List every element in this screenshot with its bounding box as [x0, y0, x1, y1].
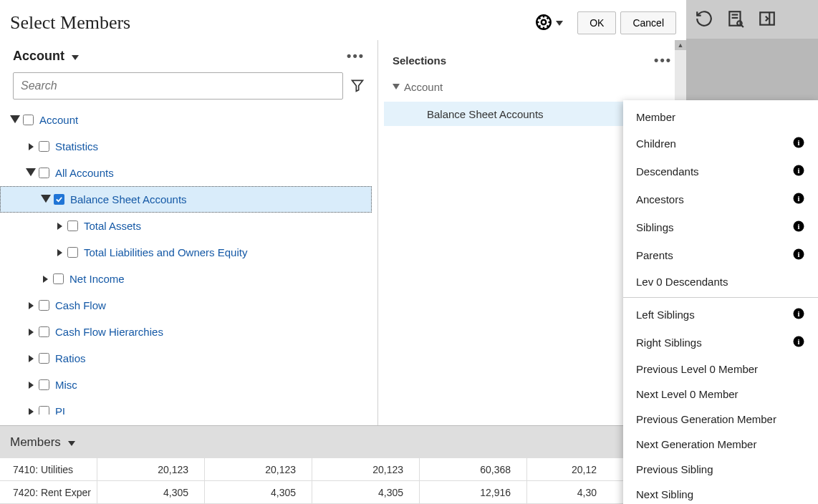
expand-icon[interactable] [26, 143, 36, 150]
info-icon[interactable]: i [792, 335, 805, 350]
search-doc-icon[interactable] [726, 9, 745, 30]
more-actions-left[interactable]: ••• [347, 49, 365, 64]
info-icon[interactable]: i [792, 136, 805, 151]
context-menu-item[interactable]: Next Generation Member [623, 432, 818, 457]
expand-icon[interactable] [26, 355, 36, 362]
tree-node-statistics[interactable]: Statistics [0, 133, 372, 160]
dialog-title: Select Members [10, 12, 130, 34]
info-icon[interactable]: i [792, 192, 805, 207]
tree-checkbox[interactable] [39, 168, 49, 178]
tree-checkbox[interactable] [23, 115, 34, 125]
tree-node-cash-flow[interactable]: Cash Flow [0, 292, 372, 319]
tree-label[interactable]: Cash Flow Hierarchies [55, 326, 163, 338]
tree-checkbox[interactable] [67, 220, 78, 231]
context-menu-item[interactable]: Next Sibling [623, 482, 818, 504]
ok-button[interactable]: OK [577, 11, 616, 34]
context-menu-item[interactable]: Previous Level 0 Member [623, 357, 818, 382]
context-menu-item[interactable]: Previous Generation Member [623, 407, 818, 432]
tree-label[interactable]: Account [39, 114, 78, 126]
tree-checkbox[interactable] [39, 406, 49, 415]
collapse-icon[interactable] [10, 115, 20, 125]
tree-node-misc[interactable]: Misc [0, 372, 372, 398]
tree-checkbox[interactable] [39, 326, 49, 337]
panel-collapse-icon[interactable] [758, 9, 776, 30]
tree-node-account[interactable]: Account [0, 107, 372, 133]
filter-icon[interactable] [350, 78, 365, 94]
collapse-icon[interactable] [41, 195, 51, 205]
expand-icon[interactable] [54, 249, 64, 256]
tree-label[interactable]: Ratios [55, 352, 86, 364]
info-icon[interactable]: i [792, 220, 805, 235]
search-input[interactable] [13, 72, 343, 100]
expand-icon[interactable] [54, 223, 64, 230]
collapse-icon[interactable] [26, 168, 36, 178]
tree-label[interactable]: PL [55, 405, 68, 415]
tree-label[interactable]: Cash Flow [55, 299, 106, 311]
selection-root-label: Account [404, 81, 443, 93]
tree-node-ratios[interactable]: Ratios [0, 345, 372, 372]
tree-node-balance-sheet[interactable]: Balance Sheet Accounts [0, 186, 372, 213]
tree-label[interactable]: All Accounts [55, 167, 114, 179]
svg-marker-17 [352, 80, 363, 91]
tree-node-pl[interactable]: PL [0, 398, 372, 415]
context-menu-label: Next Level 0 Member [636, 388, 738, 400]
members-dropdown-strip[interactable]: Members [0, 425, 686, 458]
tree-checkbox[interactable] [53, 273, 64, 284]
tree-node-total-assets[interactable]: Total Assets [0, 213, 372, 239]
svg-marker-20 [41, 195, 51, 203]
dimension-dropdown[interactable] [72, 51, 79, 62]
selection-root[interactable]: Account [384, 77, 680, 97]
context-menu-item[interactable]: Descendantsi [623, 158, 818, 185]
expand-icon[interactable] [26, 302, 36, 309]
svg-text:i: i [798, 223, 800, 231]
expand-icon[interactable] [26, 408, 36, 415]
context-menu-item[interactable]: Parentsi [623, 241, 818, 269]
background-data-grid: 7410: Utilities 20,123 20,123 20,123 60,… [0, 458, 686, 504]
context-menu-item[interactable]: Left Siblingsi [623, 301, 818, 329]
context-menu-item[interactable]: Childreni [623, 130, 818, 158]
cancel-button[interactable]: Cancel [620, 11, 676, 34]
context-menu-item[interactable]: Member [623, 105, 818, 130]
expand-icon[interactable] [26, 329, 36, 336]
context-menu-label: Siblings [636, 221, 674, 233]
tree-checkbox[interactable] [39, 353, 49, 364]
context-menu-item[interactable]: Ancestorsi [623, 185, 818, 213]
tree-checkbox[interactable] [67, 247, 78, 258]
tree-label[interactable]: Net Income [69, 273, 125, 285]
tree-node-total-liab[interactable]: Total Liabilities and Owners Equity [0, 239, 372, 266]
expand-icon[interactable] [26, 382, 36, 389]
tree-label[interactable]: Statistics [55, 140, 98, 152]
settings-dropdown[interactable] [534, 13, 563, 34]
info-icon[interactable]: i [792, 248, 805, 263]
expand-icon[interactable] [40, 276, 50, 283]
tree-label[interactable]: Balance Sheet Accounts [70, 193, 187, 205]
tree-node-net-income[interactable]: Net Income [0, 266, 372, 292]
tree-node-all-accounts[interactable]: All Accounts [0, 160, 372, 186]
tree-checkbox[interactable] [39, 379, 49, 390]
context-menu-label: Children [636, 137, 676, 150]
context-menu-label: Member [636, 111, 675, 123]
info-icon[interactable]: i [792, 307, 805, 322]
tree-checkbox-checked[interactable] [54, 194, 64, 205]
tree-checkbox[interactable] [39, 141, 49, 152]
tree-label[interactable]: Total Assets [84, 220, 141, 232]
context-menu-item[interactable]: Previous Sibling [623, 457, 818, 482]
context-menu-item[interactable]: Lev 0 Descendants [623, 269, 818, 294]
info-icon[interactable]: i [792, 164, 805, 179]
svg-point-8 [542, 19, 547, 24]
gear-icon [534, 13, 553, 34]
tree-label[interactable]: Total Liabilities and Owners Equity [84, 246, 247, 258]
context-menu-item[interactable]: Right Siblingsi [623, 329, 818, 357]
tree-checkbox[interactable] [39, 300, 49, 311]
context-menu-item[interactable]: Next Level 0 Member [623, 382, 818, 407]
tree-label[interactable]: Misc [55, 379, 77, 391]
collapse-icon[interactable] [393, 81, 400, 93]
tree-node-cash-flow-hier[interactable]: Cash Flow Hierarchies [0, 319, 372, 345]
refresh-icon[interactable] [695, 9, 713, 30]
context-menu-label: Descendants [636, 165, 699, 178]
scroll-up-icon[interactable]: ▲ [675, 40, 686, 50]
grid-cell: 20,123 [97, 458, 204, 480]
more-actions-right[interactable]: ••• [654, 53, 672, 68]
grid-cell: 12,916 [419, 481, 526, 503]
context-menu-item[interactable]: Siblingsi [623, 213, 818, 241]
